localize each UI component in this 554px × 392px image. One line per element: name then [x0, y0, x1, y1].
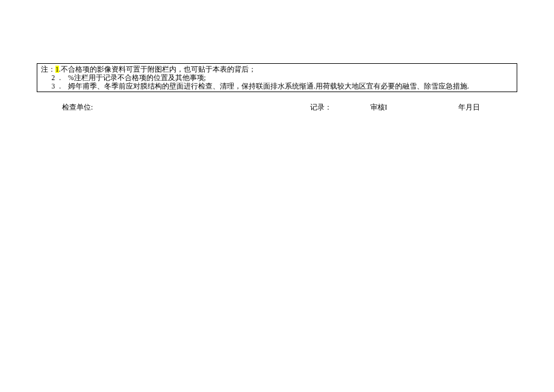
note-row-2: 2 . %注栏用于记录不合格项的位置及其他事项;	[41, 73, 513, 82]
inspection-unit-label: 检查单位:	[62, 103, 310, 111]
note-text-1: 不合格项的影像资料可置于附图栏内，也可贴于本表的背后；	[61, 65, 513, 73]
note-prefix: 注：	[41, 65, 55, 73]
note-number-3: 3 .	[52, 82, 63, 90]
note-number-1: 1.	[55, 65, 61, 73]
signature-row: 检查单位: 记录： 审核I 年月日	[37, 103, 517, 111]
note-number-2: 2 .	[52, 73, 63, 82]
note-row-3: 3 . 姆年甫季、冬季前应对膜结构的壁面进行检查、清理，保持联面排水系统惭通.用…	[41, 82, 513, 90]
note-text-3: 姆年甫季、冬季前应对膜结构的壁面进行检查、清理，保持联面排水系统惭通.用荷载较大…	[68, 82, 513, 90]
note-text-2: %注栏用于记录不合格项的位置及其他事项;	[68, 73, 513, 82]
date-label: 年月日	[458, 103, 480, 111]
record-label: 记录：	[310, 103, 370, 111]
audit-label: 审核I	[370, 103, 458, 111]
notes-table: 注： 1. 不合格项的影像资料可置于附图栏内，也可贴于本表的背后； 2 . %注…	[37, 63, 517, 92]
note-row-1: 注： 1. 不合格项的影像资料可置于附图栏内，也可贴于本表的背后；	[41, 65, 513, 73]
